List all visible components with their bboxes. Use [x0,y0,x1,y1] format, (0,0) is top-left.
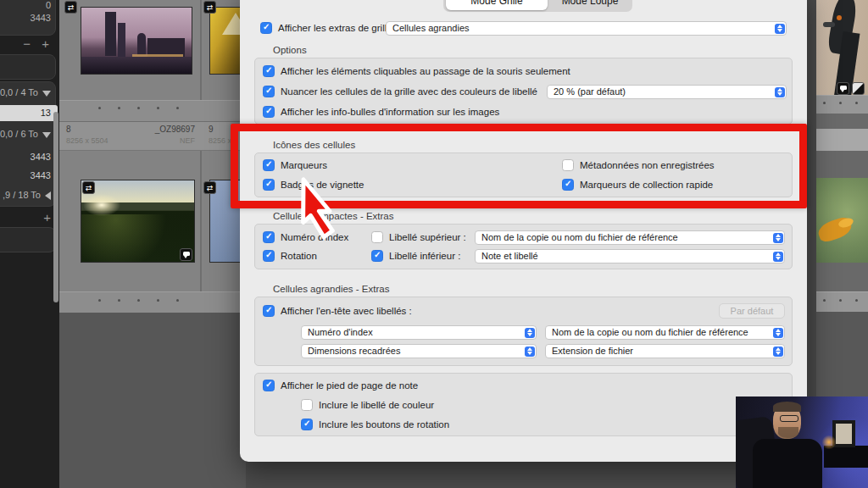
tint-cells-label: Nuancer les cellules de la grille avec d… [281,86,537,97]
lights [132,54,183,57]
default-button[interactable]: Par défaut [719,303,785,319]
grid-extras-select[interactable]: Cellules agrandies [386,21,787,36]
stepper-icon [773,328,783,338]
disclosure-down-icon [42,91,51,97]
header-select-1[interactable]: Numéro d'index [301,325,537,340]
thumbnail-emu[interactable] [816,0,868,95]
catalog-count: 3443 [31,13,51,23]
stepper-icon [525,328,535,338]
cell-index: 9 [209,125,214,134]
field-light [81,214,195,263]
header-select-4[interactable]: Extension de fichier [545,344,785,358]
tab-mode-loupe[interactable]: Mode Loupe [550,0,630,7]
copy-settings-badge-icon[interactable]: ⇄ [203,1,216,14]
volume-row[interactable]: 0,0 / 6 To [0,129,51,139]
edited-badge-icon[interactable] [852,82,865,95]
thumbnail-flower[interactable] [816,178,868,263]
index-number-checkbox[interactable] [263,231,275,243]
copy-settings-badge-icon[interactable]: ⇄ [64,1,77,14]
add-collection-icon[interactable]: + [43,210,51,225]
copy-settings-badge-icon[interactable]: ⇄ [82,181,95,194]
stepper-icon [775,24,785,34]
header-select-2[interactable]: Nom de la copie ou nom du fichier de réf… [545,325,785,340]
comment-badge-icon[interactable] [837,82,849,95]
sun-glow [83,194,120,216]
tab-mode-grille-label[interactable]: Mode Grille [446,0,548,7]
thumbnail-abstract[interactable] [209,7,243,75]
thumbnail-field[interactable] [81,180,195,263]
select-value: Dimensions recadrées [308,346,400,356]
tooltips-label: Afficher les info-bulles d'information s… [281,107,499,117]
cell-footer [816,291,868,313]
show-header-checkbox[interactable] [263,305,275,317]
bottom-label-label: Libellé inférieur : [389,251,460,261]
cell-dimensions: 8256 x 5504 [66,136,108,145]
webcam-overlay [736,396,868,488]
beard [778,427,798,438]
rotation-buttons-checkbox[interactable] [301,419,313,430]
rating-dots[interactable] [98,107,179,109]
select-value: Numéro d'index [308,327,373,337]
cell-footer [59,100,246,122]
show-grid-extras-checkbox[interactable] [260,22,272,34]
rotation-checkbox[interactable] [263,250,275,262]
cell-gap [816,151,868,178]
add-folder-icon[interactable]: + [42,36,49,51]
bottom-label-select[interactable]: Note et libellé [475,249,785,263]
header-select-3[interactable]: Dimensions recadrées [301,344,537,358]
tint-amount-select[interactable]: 20 % (par défaut) [547,85,787,99]
emu-beak [823,22,835,27]
person-hair [773,402,801,412]
building [118,23,125,57]
cell-footer [59,291,246,313]
color-label-checkbox[interactable] [301,399,313,411]
clickable-items-checkbox[interactable] [263,65,275,77]
rating-dots[interactable] [98,299,179,302]
folders-panel-box [0,81,56,207]
search-box[interactable] [0,54,56,80]
stepper-icon [773,347,783,357]
selected-folder-count: 13 [41,108,51,118]
library-grid: ⇄ ⇄ 8 _OZ98697 8256 x 5504 NEF 9 8256 x … [59,0,246,488]
color-label-label: Inclure le libellé de couleur [319,400,434,410]
top-label-select[interactable]: Nom de la copie ou nom du fichier de réf… [475,230,785,245]
rating-footer-checkbox[interactable] [263,380,275,391]
picture-frame [832,420,855,447]
cell-filename: _OZ98697 [141,125,195,134]
left-panel: 0 3443 − + 0,0 / 4 To 13 0,0 / 6 To 3443… [0,0,59,488]
cell-gap [816,114,868,129]
cell-footer [816,95,868,114]
tint-cells-checkbox[interactable] [263,86,275,97]
cell-index: 8 [66,125,71,134]
stepper-icon [773,252,783,262]
cell-format: NEF [161,136,195,145]
building [137,33,146,55]
collapse-panel-icon[interactable]: − [23,36,31,51]
thumbnail-city[interactable] [81,7,192,75]
rating-dots[interactable] [823,299,858,302]
catalog-count: 0 [46,0,51,10]
cell-header [816,129,868,151]
glasses [780,415,798,422]
building [105,12,116,56]
emu-eye [837,15,842,20]
show-header-label: Afficher l'en-tête avec libellés : [281,306,412,316]
comment-badge-icon[interactable] [180,248,192,261]
folder-count: 3443 [31,152,51,162]
stepper-icon [773,233,783,243]
rating-dots[interactable] [823,102,858,104]
show-grid-extras-label: Afficher les extras de grille : [278,23,398,33]
copy-settings-badge-icon[interactable]: ⇄ [203,181,216,194]
bottom-label-checkbox[interactable] [371,250,383,262]
tooltips-checkbox[interactable] [263,106,275,118]
volume-row[interactable]: ,9 / 18 To [3,190,51,200]
collections-box[interactable] [0,227,56,252]
section-title-expanded: Cellules agrandies - Extras [273,284,389,294]
select-value: Extension de fichier [552,346,633,356]
top-label-label: Libellé supérieur : [389,232,466,242]
scrollbar[interactable] [53,112,58,302]
volume-row[interactable]: 0,0 / 4 To [0,87,51,97]
water [81,57,192,74]
stepper-icon [525,347,535,357]
top-label-checkbox[interactable] [371,231,383,243]
